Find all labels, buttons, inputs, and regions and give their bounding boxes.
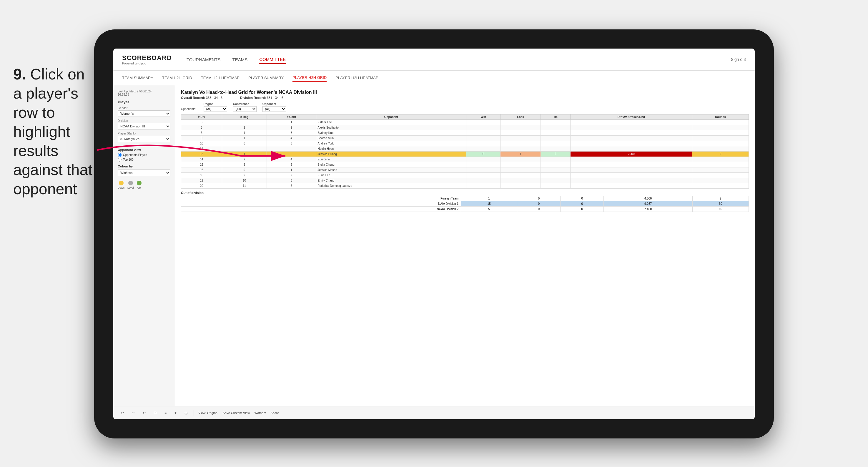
col-rounds: Rounds (692, 115, 749, 120)
table-row[interactable]: 19106Emily Chang (181, 178, 749, 183)
tab-player-h2h-heatmap[interactable]: PLAYER H2H HEATMAP (335, 74, 378, 82)
watch-btn[interactable]: Watch ▾ (254, 411, 266, 415)
out-division-table: Foreign Team1004.5002NAIA Division 11500… (181, 196, 749, 212)
out-div-row[interactable]: NCAA Division 25007.40010 (181, 207, 749, 212)
player-rank-select[interactable]: 8. Katelyn Vo (118, 136, 170, 142)
tab-player-h2h-grid[interactable]: PLAYER H2H GRID (292, 74, 327, 82)
col-div: # Div (181, 115, 222, 120)
table-row[interactable]: 1822Euna Lee (181, 173, 749, 178)
legend-up-label: Up (137, 186, 141, 189)
filter-section: Opponents: Region (All) Conference (All) (181, 102, 749, 112)
out-div-row[interactable]: NAIA Division 115009.26730 (181, 201, 749, 207)
opponent-view-title: Opponent view (118, 148, 170, 152)
share-btn[interactable]: Share (270, 411, 279, 415)
nav-committee[interactable]: COMMITTEE (259, 55, 286, 64)
col-opponent: Opponent (316, 115, 466, 120)
grid-subtitle: Overall Record: 353 - 34 - 6 Division Re… (181, 96, 749, 99)
table-row[interactable]: 613Sydney Kuo (181, 130, 749, 136)
sub-nav: TEAM SUMMARY TEAM H2H GRID TEAM H2H HEAT… (113, 71, 755, 85)
table-row[interactable]: 31Esther Lee (181, 120, 749, 125)
view-original-btn[interactable]: View: Original (198, 411, 218, 415)
colour-by-select[interactable]: Win/loss (118, 169, 170, 176)
save-custom-btn[interactable]: Save Custom View (223, 411, 250, 415)
legend-down-label: Down (118, 186, 124, 189)
out-div-row[interactable]: Foreign Team1004.5002 (181, 196, 749, 201)
col-win: Win (466, 115, 500, 120)
radio-top-100[interactable]: Top 100 (118, 158, 170, 161)
tablet-screen: SCOREBOARD Powered by clippd TOURNAMENTS… (113, 49, 755, 419)
table-row[interactable]: 1474Eunice Yi (181, 157, 749, 162)
table-row[interactable]: 11Heeijo Hyun (181, 146, 749, 152)
gender-label: Gender (118, 106, 170, 110)
tab-team-summary[interactable]: TEAM SUMMARY (122, 74, 153, 82)
nav-tournaments[interactable]: TOURNAMENTS (187, 56, 221, 64)
nav-links: TOURNAMENTS TEAMS COMMITTEE (187, 55, 716, 64)
instruction-text: 9. Click on a player's row to highlight … (13, 65, 93, 199)
col-diff: Diff Av Strokes/Rnd (570, 115, 692, 120)
conference-select[interactable]: (All) (233, 106, 256, 112)
main-content: Last Updated: 27/03/2024 16:55:38 Player… (113, 85, 755, 406)
player-rank-label: Player (Rank) (118, 132, 170, 135)
col-conf: # Conf (267, 115, 316, 120)
tablet-device: SCOREBOARD Powered by clippd TOURNAMENTS… (94, 29, 774, 438)
region-select[interactable]: (All) (204, 106, 227, 112)
table-row[interactable]: 522Alexis Sudjianto (181, 125, 749, 130)
tab-team-h2h-heatmap[interactable]: TEAM H2H HEATMAP (201, 74, 240, 82)
nav-bar: SCOREBOARD Powered by clippd TOURNAMENTS… (113, 49, 755, 71)
table-row[interactable]: 1063Andrea York (181, 141, 749, 146)
table-row[interactable]: 1585Stella Cheng (181, 162, 749, 167)
tab-player-summary[interactable]: PLAYER SUMMARY (248, 74, 284, 82)
player-section-title: Player (118, 100, 170, 104)
h2h-table: # Div # Reg # Conf Opponent Win Loss Tie… (181, 114, 749, 189)
sidebar: Last Updated: 27/03/2024 16:55:38 Player… (113, 85, 175, 406)
back-btn[interactable]: ↩ (141, 410, 147, 416)
colour-by-label: Colour by (118, 164, 170, 168)
col-reg: # Reg (222, 115, 267, 120)
col-tie: Tie (541, 115, 570, 120)
legend-level-label: Level (127, 186, 134, 189)
logo-sub: Powered by clippd (122, 62, 172, 65)
opponent-filter: Opponent (All) (262, 102, 286, 112)
opponents-filter-label: Opponents: (181, 107, 196, 111)
table-row[interactable]: 1691Jessica Mason (181, 167, 749, 173)
undo-btn[interactable]: ↩ (119, 410, 126, 416)
tab-team-h2h-grid[interactable]: TEAM H2H GRID (162, 74, 192, 82)
redo-btn[interactable]: ↪ (130, 410, 136, 416)
grid-area: Katelyn Vo Head-to-Head Grid for Women's… (175, 85, 755, 406)
gender-select[interactable]: Women's (118, 111, 170, 117)
legend-down-dot (119, 181, 124, 185)
division-label: Division (118, 119, 170, 122)
menu-btn[interactable]: ≡ (163, 410, 168, 416)
nav-teams[interactable]: TEAMS (232, 56, 247, 64)
legend: Down Level Up (118, 181, 170, 189)
table-row[interactable]: 20117Federica Domecq Lacroze (181, 183, 749, 189)
sign-out[interactable]: Sign out (731, 57, 746, 62)
out-of-division-label: Out of division (181, 191, 749, 194)
conference-filter: Conference (All) (233, 102, 256, 112)
legend-up-dot (137, 181, 142, 185)
add-btn[interactable]: + (173, 410, 178, 416)
timestamp: Last Updated: 27/03/2024 16:55:38 (118, 90, 170, 96)
grid-btn[interactable]: ⊞ (152, 410, 158, 416)
table-row[interactable]: 914Sharon Mun (181, 136, 749, 141)
radio-opponents-played[interactable]: Opponents Played (118, 153, 170, 157)
logo-name: SCOREBOARD (122, 54, 172, 62)
table-row[interactable]: 131Jessica Huang010-3.002 (181, 152, 749, 157)
grid-title: Katelyn Vo Head-to-Head Grid for Women's… (181, 90, 749, 95)
opponent-select[interactable]: (All) (262, 106, 286, 112)
logo: SCOREBOARD Powered by clippd (122, 54, 172, 65)
bottom-toolbar: ↩ ↪ ↩ ⊞ ≡ + ◷ View: Original Save Custom… (113, 406, 755, 419)
legend-level-dot (128, 181, 133, 185)
clock-btn[interactable]: ◷ (183, 410, 189, 416)
region-filter: Region (All) (204, 102, 227, 112)
col-loss: Loss (500, 115, 541, 120)
division-select[interactable]: NCAA Division III (118, 123, 170, 129)
